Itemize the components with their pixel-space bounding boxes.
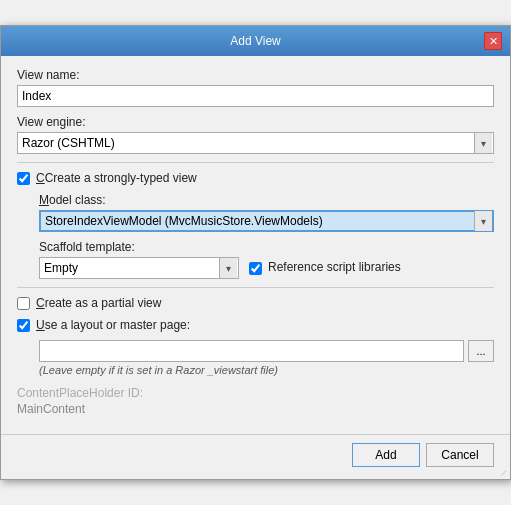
model-class-label: Model class: — [39, 193, 494, 207]
partial-view-row: Create as a partial view — [17, 296, 494, 310]
divider-1 — [17, 162, 494, 163]
model-class-select-wrapper: StoreIndexViewModel (MvcMusicStore.ViewM… — [39, 210, 494, 232]
layout-input-row: ... — [39, 340, 494, 362]
title-bar: Add View ✕ — [1, 26, 510, 56]
strongly-typed-checkbox[interactable] — [17, 172, 30, 185]
strongly-typed-label[interactable]: CCreate a strongly-typed view — [36, 171, 197, 185]
divider-2 — [17, 287, 494, 288]
dialog-content: View name: View engine: Razor (CSHTML) A… — [1, 56, 510, 426]
ref-script-checkbox[interactable] — [249, 262, 262, 275]
view-name-label: View name: — [17, 68, 494, 82]
scaffold-row: Empty Create Delete Details Edit List ▾ — [39, 257, 494, 279]
layout-hint-text: (Leave empty if it is set in a Razor _vi… — [39, 364, 494, 376]
dialog-footer: Add Cancel — [1, 434, 510, 479]
resize-handle[interactable]: ⟋ — [499, 467, 509, 478]
partial-view-label[interactable]: Create as a partial view — [36, 296, 161, 310]
model-class-section: Model class: StoreIndexViewModel (MvcMus… — [39, 193, 494, 279]
partial-view-checkbox[interactable] — [17, 297, 30, 310]
view-name-input[interactable] — [17, 85, 494, 107]
scaffold-template-label: Scaffold template: — [39, 240, 494, 254]
view-engine-group: View engine: Razor (CSHTML) ASPX Razor (… — [17, 115, 494, 154]
model-class-group: Model class: StoreIndexViewModel (MvcMus… — [39, 193, 494, 232]
close-button[interactable]: ✕ — [484, 32, 502, 50]
scaffold-template-group: Scaffold template: Empty Create Delete D… — [39, 240, 494, 279]
use-layout-row: Use a layout or master page: — [17, 318, 494, 332]
add-button[interactable]: Add — [352, 443, 420, 467]
ref-script-label[interactable]: Reference script libraries — [268, 260, 401, 274]
cancel-button[interactable]: Cancel — [426, 443, 494, 467]
dialog-title: Add View — [27, 34, 484, 48]
scaffold-template-select[interactable]: Empty Create Delete Details Edit List — [39, 257, 239, 279]
content-placeholder-section: ContentPlaceHolder ID: MainContent — [17, 386, 494, 416]
scaffold-select-wrapper: Empty Create Delete Details Edit List ▾ — [39, 257, 239, 279]
content-placeholder-label: ContentPlaceHolder ID: — [17, 386, 494, 400]
ref-script-row: Reference script libraries — [249, 260, 401, 277]
browse-button[interactable]: ... — [468, 340, 494, 362]
view-engine-select-wrapper: Razor (CSHTML) ASPX Razor (VBHTML) ▾ — [17, 132, 494, 154]
content-placeholder-value: MainContent — [17, 402, 494, 416]
view-name-group: View name: — [17, 68, 494, 107]
model-class-select[interactable]: StoreIndexViewModel (MvcMusicStore.ViewM… — [39, 210, 494, 232]
add-view-dialog: Add View ✕ View name: View engine: Razor… — [0, 25, 511, 480]
use-layout-checkbox[interactable] — [17, 319, 30, 332]
use-layout-label[interactable]: Use a layout or master page: — [36, 318, 190, 332]
layout-input-section: ... (Leave empty if it is set in a Razor… — [39, 340, 494, 376]
strongly-typed-row: CCreate a strongly-typed view — [17, 171, 494, 185]
view-engine-select[interactable]: Razor (CSHTML) ASPX Razor (VBHTML) — [17, 132, 494, 154]
view-engine-label: View engine: — [17, 115, 494, 129]
layout-path-input[interactable] — [39, 340, 464, 362]
